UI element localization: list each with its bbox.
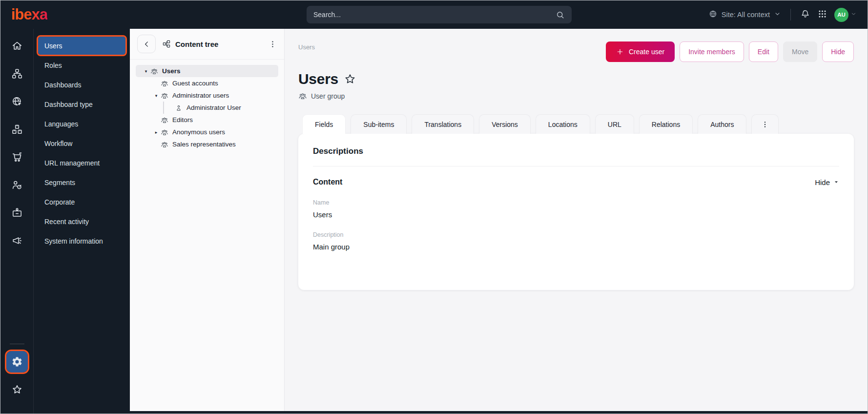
user-menu[interactable]: AU	[834, 8, 857, 22]
topbar-right: Site: All context AU	[708, 8, 857, 22]
tree-item-administrator-users[interactable]: ▾ Administrator users	[136, 89, 278, 102]
collapse-section-button[interactable]: Hide	[815, 178, 839, 186]
rail-home-button[interactable]	[6, 35, 28, 57]
rail-site-button[interactable]	[6, 91, 28, 112]
tab-sub-items[interactable]: Sub-items	[351, 114, 407, 134]
move-button[interactable]: Move	[783, 41, 817, 62]
sidebar-item-label: Users	[44, 42, 62, 50]
tree-item-sales-representatives[interactable]: Sales representatives	[136, 138, 278, 150]
search-input[interactable]	[313, 11, 556, 19]
sidebar-item-segments[interactable]: Segments	[38, 173, 125, 191]
sidebar-item-workflow[interactable]: Workflow	[38, 134, 125, 152]
tab-url[interactable]: URL	[595, 114, 634, 134]
field-description: Description Main group	[313, 231, 839, 251]
id-badge-icon	[11, 207, 23, 219]
breadcrumb[interactable]: Users	[298, 41, 315, 51]
rail-commerce-button[interactable]	[6, 146, 28, 168]
sidebar-item-recent-activity[interactable]: Recent activity	[38, 212, 125, 230]
sidebar-item-label: Languages	[44, 120, 78, 128]
tab-fields[interactable]: Fields	[302, 114, 346, 134]
edit-button[interactable]: Edit	[749, 41, 778, 62]
sidebar-item-label: Workflow	[44, 140, 72, 147]
megaphone-icon	[11, 235, 23, 247]
person-target-icon	[11, 179, 23, 191]
user-icon	[175, 104, 183, 112]
field-label: Name	[313, 199, 839, 206]
tab-label: URL	[608, 121, 621, 128]
globe-cursor-icon	[11, 96, 23, 107]
tab-translations[interactable]: Translations	[412, 114, 474, 134]
content-tree-title: Content tree	[162, 40, 218, 48]
tree-item-label: Administrator User	[186, 104, 241, 111]
sidebar-item-label: Corporate	[44, 198, 75, 206]
tab-locations[interactable]: Locations	[536, 114, 590, 134]
home-icon	[11, 40, 23, 52]
sidebar-item-languages[interactable]: Languages	[38, 115, 125, 133]
user-group-icon	[161, 116, 168, 124]
content-tree-list: ▾ Users Guest accounts ▾ Administrator u…	[130, 60, 284, 156]
rail-marketing-button[interactable]	[6, 230, 28, 251]
caret-down-icon[interactable]: ▾	[152, 93, 161, 98]
tree-item-label: Editors	[172, 116, 193, 124]
avatar: AU	[834, 8, 848, 22]
sidebar-item-corporate[interactable]: Corporate	[38, 193, 125, 211]
sidebar-item-label: System information	[44, 237, 103, 245]
sidebar-item-users[interactable]: Users	[38, 37, 125, 55]
sidebar-item-system-information[interactable]: System information	[38, 232, 125, 250]
sidebar-item-label: Dashboard type	[44, 101, 93, 108]
tab-label: Locations	[548, 121, 578, 128]
tab-versions[interactable]: Versions	[479, 114, 531, 134]
content-group-header: Content Hide	[313, 178, 839, 186]
tab-label: Translations	[424, 121, 461, 128]
tab-label: Versions	[492, 121, 518, 128]
rail-divider	[10, 344, 24, 344]
ibexa-logo[interactable]: ibexa	[11, 6, 47, 23]
chevron-down-icon	[774, 10, 781, 19]
rail-settings-button[interactable]	[6, 351, 28, 373]
hide-button[interactable]: Hide	[822, 41, 854, 62]
tree-item-users[interactable]: ▾ Users	[136, 65, 278, 77]
field-value: Users	[313, 210, 839, 219]
tree-item-anonymous-users[interactable]: ▸ Anonymous users	[136, 126, 278, 138]
caret-down-icon[interactable]: ▾	[142, 69, 150, 74]
tree-item-guest-accounts[interactable]: Guest accounts	[136, 77, 278, 89]
tree-item-editors[interactable]: Editors	[136, 114, 278, 126]
sidebar-item-dashboard-type[interactable]: Dashboard type	[38, 95, 125, 113]
notifications-button[interactable]	[800, 9, 810, 21]
move-label: Move	[792, 48, 808, 56]
action-buttons: Create user Invite members Edit Move Hid…	[606, 41, 854, 62]
tab-label: Authors	[710, 121, 734, 128]
tab-label: Sub-items	[363, 121, 394, 128]
create-user-button[interactable]: Create user	[606, 41, 675, 62]
tab-authors[interactable]: Authors	[698, 114, 746, 134]
caret-down-icon	[833, 179, 839, 185]
rail-personalization-button[interactable]	[6, 174, 28, 196]
invite-members-button[interactable]: Invite members	[680, 41, 744, 62]
bookmark-button[interactable]	[344, 73, 356, 85]
sitemap-icon	[11, 68, 23, 80]
app-switcher-button[interactable]	[818, 9, 827, 20]
rail-corporate-button[interactable]	[6, 202, 28, 224]
caret-right-icon[interactable]: ▸	[152, 130, 161, 135]
site-context-selector[interactable]: Site: All context	[708, 9, 781, 20]
gear-icon	[11, 356, 23, 368]
tab-label: Fields	[315, 121, 333, 128]
cart-icon	[11, 151, 23, 163]
tab-more-options[interactable]	[751, 114, 779, 134]
tree-item-administrator-user[interactable]: Administrator User	[163, 102, 278, 114]
global-search	[307, 6, 572, 23]
sidebar-item-dashboards[interactable]: Dashboards	[38, 76, 125, 94]
plus-icon	[616, 48, 624, 56]
collapse-section-label: Hide	[815, 178, 830, 186]
user-group-icon	[161, 80, 168, 87]
content-type-label: User group	[311, 92, 345, 100]
sidebar-item-url-management[interactable]: URL management	[38, 154, 125, 172]
rail-content-structure-button[interactable]	[6, 63, 28, 84]
collapse-tree-button[interactable]	[137, 35, 156, 53]
rail-bookmarks-button[interactable]	[6, 379, 28, 400]
rail-product-catalog-button[interactable]	[6, 119, 28, 140]
tree-options-button[interactable]	[269, 40, 277, 48]
tab-relations[interactable]: Relations	[639, 114, 693, 134]
app-window: ibexa Site: All context AU	[0, 0, 868, 414]
sidebar-item-roles[interactable]: Roles	[38, 56, 125, 74]
